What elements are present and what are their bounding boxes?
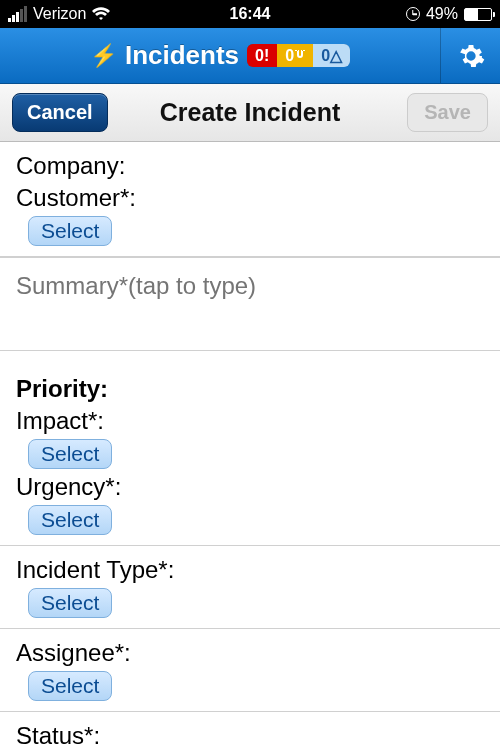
settings-button[interactable] [440, 28, 500, 83]
wifi-icon [92, 7, 110, 21]
customer-label: Customer*: [16, 180, 484, 212]
page-title: Create Incident [160, 98, 341, 127]
status-time: 16:44 [230, 5, 271, 23]
urgency-label: Urgency*: [16, 469, 484, 501]
priority-section: Priority: Impact*: Select Urgency*: Sele… [0, 365, 500, 546]
status-section: Status*: [0, 712, 500, 750]
summary-input[interactable] [16, 272, 484, 300]
battery-icon [464, 8, 492, 21]
sub-header: Cancel Create Incident Save [0, 84, 500, 142]
company-label: Company: [16, 148, 484, 180]
company-customer-section: Company: Customer*: Select [0, 142, 500, 257]
count-badges[interactable]: 0! 0 0△ [247, 44, 350, 67]
save-button[interactable]: Save [407, 93, 488, 132]
impact-label: Impact*: [16, 403, 484, 435]
customer-select-button[interactable]: Select [28, 216, 112, 246]
incident-type-select-button[interactable]: Select [28, 588, 112, 618]
signal-icon [8, 6, 27, 22]
assignee-select-button[interactable]: Select [28, 671, 112, 701]
status-bar: Verizon 16:44 49% [0, 0, 500, 28]
incident-type-section: Incident Type*: Select [0, 546, 500, 629]
gear-icon [457, 42, 485, 70]
badge-info: 0△ [313, 44, 350, 67]
priority-label: Priority: [16, 371, 484, 403]
create-incident-form: Company: Customer*: Select Priority: Imp… [0, 142, 500, 750]
cancel-button[interactable]: Cancel [12, 93, 108, 132]
impact-select-button[interactable]: Select [28, 439, 112, 469]
urgency-select-button[interactable]: Select [28, 505, 112, 535]
summary-section [0, 257, 500, 351]
app-header: ⚡ Incidents 0! 0 0△ [0, 28, 500, 84]
badge-critical: 0! [247, 44, 277, 67]
assignee-label: Assignee*: [16, 635, 484, 667]
bolt-icon: ⚡ [90, 43, 117, 69]
clock-icon [406, 7, 420, 21]
carrier-label: Verizon [33, 5, 86, 23]
assignee-section: Assignee*: Select [0, 629, 500, 712]
badge-warning: 0 [277, 44, 313, 67]
incident-type-label: Incident Type*: [16, 552, 484, 584]
header-title: Incidents [125, 40, 239, 71]
battery-percent: 49% [426, 5, 458, 23]
status-label: Status*: [16, 718, 484, 750]
